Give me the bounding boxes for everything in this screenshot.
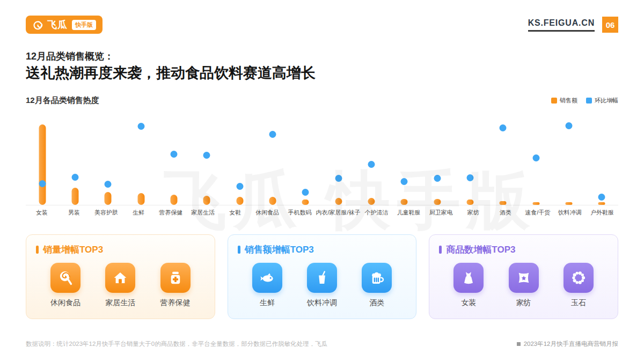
report-name: 2023年12月快手直播电商营销月报 xyxy=(524,340,618,348)
legend-item-sales: 销售额 xyxy=(551,97,577,105)
chart-category-label: 内衣/家居服/袜子 xyxy=(316,209,360,217)
top3-item-label: 酒类 xyxy=(369,298,384,308)
card-title: 销量增幅TOP3 xyxy=(43,243,103,256)
growth-dot xyxy=(170,151,177,158)
growth-dot xyxy=(39,180,46,187)
medicine-bottle-icon xyxy=(160,263,191,293)
drink-cup-icon xyxy=(307,263,337,293)
sales-legend-swatch xyxy=(551,98,557,104)
chart-column xyxy=(322,119,355,205)
card-header: 销量增幅TOP3 xyxy=(36,243,205,256)
top3-item-label: 营养保健 xyxy=(160,298,191,308)
chart-column xyxy=(487,119,519,205)
data-disclaimer: 数据说明：统计2023年12月快手平台销量大于0的商品数据，非平台全量数据，部分… xyxy=(26,340,327,348)
sales-bar xyxy=(269,197,276,205)
chart-category-label: 酒类 xyxy=(489,209,522,217)
kuaishou-edition-badge: 快手版 xyxy=(72,20,96,30)
top3-cards-row: 销量增幅TOP3 休闲食品 xyxy=(26,234,618,319)
card-items: 休闲食品 家居生活 xyxy=(36,263,205,308)
top3-item: 生鲜 xyxy=(241,263,293,308)
sales-bar xyxy=(39,124,46,205)
top3-item-label: 饮料冲调 xyxy=(307,298,337,308)
growth-dot xyxy=(71,174,78,181)
growth-dot xyxy=(598,194,605,201)
chart-category-label: 女鞋 xyxy=(219,209,251,217)
beads-icon xyxy=(564,263,594,293)
chart-column xyxy=(125,119,157,205)
card-title: 商品数增幅TOP3 xyxy=(446,243,515,256)
report-name-wrap: 2023年12月快手直播电商营销月报 xyxy=(517,340,618,348)
top3-item: 酒类 xyxy=(351,263,402,308)
legend-label-growth: 环比增幅 xyxy=(595,97,618,105)
top3-item: 家纺 xyxy=(498,263,550,308)
footer: 数据说明：统计2023年12月快手平台销量大于0的商品数据，非平台全量数据，部分… xyxy=(26,340,618,348)
chart-plot xyxy=(26,119,618,205)
card-marker xyxy=(238,246,240,254)
top3-item: 饮料冲调 xyxy=(296,263,348,308)
card-marker xyxy=(36,246,39,254)
chart-category-label: 户外鞋服 xyxy=(586,209,618,217)
growth-dot xyxy=(335,175,342,182)
card-header: 商品数增幅TOP3 xyxy=(439,243,608,256)
chart-column xyxy=(453,119,486,205)
card-items: 女装 家纺 xyxy=(439,263,608,308)
header-bar: 飞瓜 快手版 KS.FEIGUA.CN 06 xyxy=(26,15,618,34)
chart-column xyxy=(519,119,552,205)
page-number-badge: 06 xyxy=(602,17,618,33)
card-items: 生鲜 饮料冲调 xyxy=(238,263,407,308)
chart-column xyxy=(191,119,223,205)
growth-dot xyxy=(532,154,539,161)
growth-dot xyxy=(368,161,375,168)
chart-category-label: 男装 xyxy=(58,209,90,217)
feigua-logo: 飞瓜 快手版 xyxy=(26,16,103,34)
legend-label-sales: 销售额 xyxy=(560,97,577,105)
top3-item-label: 女装 xyxy=(461,298,476,308)
chart-category-label: 营养保健 xyxy=(155,209,187,217)
chart-labels: 女装男装美容护肤生鲜营养保健家居生活女鞋休闲食品手机数码内衣/家居服/袜子个护清… xyxy=(26,209,618,217)
sales-bar xyxy=(434,199,441,205)
chart-column xyxy=(289,119,322,205)
legend-item-growth: 环比增幅 xyxy=(586,97,618,105)
chart-category-label: 家居生活 xyxy=(187,209,219,217)
growth-dot xyxy=(137,123,144,130)
card-title: 销售额增幅TOP3 xyxy=(245,243,314,256)
chart-category-label: 个护清洁 xyxy=(361,209,393,217)
growth-legend-swatch xyxy=(586,98,592,104)
top3-item: 玉石 xyxy=(553,263,604,308)
sales-bar xyxy=(532,202,539,205)
sales-bar xyxy=(203,196,210,205)
chart-category-label: 美容护肤 xyxy=(90,209,122,217)
chart-category-label: 速食/干货 xyxy=(522,209,554,217)
chart-column xyxy=(223,119,256,205)
sales-bar xyxy=(71,188,78,205)
chart-category-label: 手机数码 xyxy=(283,209,316,217)
card-sales-amount-top3: 销售额增幅TOP3 生鲜 xyxy=(228,234,417,319)
chart-column xyxy=(256,119,289,205)
growth-dot xyxy=(434,175,441,182)
sales-bar xyxy=(105,192,112,205)
page-title: 送礼热潮再度来袭，推动食品饮料赛道高增长 xyxy=(26,63,316,83)
sales-bar xyxy=(500,201,507,205)
sales-bar xyxy=(170,195,177,205)
sales-bar xyxy=(565,202,572,205)
site-domain: KS.FEIGUA.CN xyxy=(528,18,595,32)
card-header: 销售额增幅TOP3 xyxy=(238,243,407,256)
top3-item: 女装 xyxy=(443,263,494,308)
chart-category-label: 儿童鞋服 xyxy=(393,209,425,217)
top3-item-label: 玉石 xyxy=(571,298,586,308)
pillow-icon xyxy=(509,263,539,293)
chart-category-label: 厨卫家电 xyxy=(425,209,457,217)
dress-icon xyxy=(453,263,484,293)
chart-legend: 销售额 环比增幅 xyxy=(551,97,618,105)
growth-dot xyxy=(302,189,309,196)
chart-column xyxy=(421,119,453,205)
growth-dot xyxy=(105,181,112,188)
chart-category-label: 生鲜 xyxy=(122,209,155,217)
fish-icon xyxy=(252,263,282,293)
beer-mug-icon xyxy=(362,263,392,293)
house-icon xyxy=(105,263,135,293)
growth-dot xyxy=(401,178,408,185)
top3-item-label: 休闲食品 xyxy=(50,298,80,308)
header-right: KS.FEIGUA.CN 06 xyxy=(528,17,618,33)
chart-title: 12月各品类销售热度 xyxy=(26,95,99,106)
